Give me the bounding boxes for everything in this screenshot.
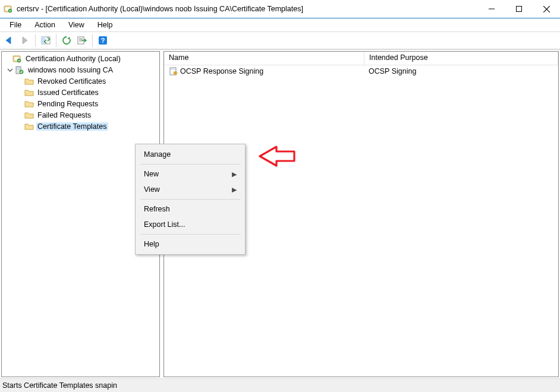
context-menu: Manage New ▶ View ▶ Refresh Export List.… <box>135 144 246 255</box>
cm-view[interactable]: View ▶ <box>137 182 244 197</box>
tree-ca[interactable]: windows noob Issuing CA <box>2 64 159 75</box>
refresh-button[interactable] <box>59 33 74 48</box>
menu-file[interactable]: File <box>4 20 27 30</box>
tree-pending[interactable]: Pending Requests <box>2 98 159 109</box>
svg-rect-23 <box>171 69 175 70</box>
cm-help[interactable]: Help <box>137 236 244 252</box>
folder-icon <box>24 88 34 97</box>
show-hide-tree-button[interactable] <box>39 33 53 48</box>
cert-authority-icon <box>12 54 22 64</box>
chevron-right-icon: ▶ <box>232 186 237 194</box>
tree-failed-label: Failed Requests <box>36 111 92 119</box>
toolbar: ? <box>0 32 560 49</box>
toolbar-separator <box>35 34 36 47</box>
svg-rect-4 <box>517 7 522 12</box>
cm-manage[interactable]: Manage <box>137 147 244 162</box>
cm-view-label: View <box>144 185 160 194</box>
status-text: Starts Certificate Templates snapin <box>2 381 117 390</box>
cell-purpose: OCSP Signing <box>364 67 558 76</box>
toolbar-container: ? <box>0 31 560 49</box>
chevron-right-icon: ▶ <box>232 170 237 178</box>
cell-name-text: OCSP Response Signing <box>180 67 263 75</box>
svg-rect-8 <box>42 37 45 44</box>
list-header: Name Intended Purpose <box>164 52 558 65</box>
cm-new-label: New <box>144 170 159 178</box>
app-window: certsrv - [Certification Authority (Loca… <box>0 0 560 392</box>
cm-refresh[interactable]: Refresh <box>137 201 244 217</box>
forward-button[interactable] <box>18 33 32 48</box>
cm-help-label: Help <box>144 240 159 248</box>
cm-export[interactable]: Export List... <box>137 217 244 232</box>
cm-separator <box>140 199 240 200</box>
tree-templates-label: Certificate Templates <box>36 122 108 131</box>
tree-issued-label: Issued Certificates <box>36 88 100 97</box>
cm-refresh-label: Refresh <box>144 205 170 213</box>
folder-icon <box>24 122 34 131</box>
cm-separator <box>140 164 240 165</box>
cm-separator <box>140 234 240 235</box>
svg-rect-19 <box>17 67 20 68</box>
menu-view[interactable]: View <box>62 20 90 30</box>
cm-manage-label: Manage <box>144 150 171 159</box>
toolbar-separator <box>56 34 56 47</box>
body: Certification Authority (Local) windows … <box>0 49 560 379</box>
toolbar-separator <box>92 34 93 47</box>
svg-rect-20 <box>17 69 20 70</box>
tree-root-label: Certification Authority (Local) <box>24 55 122 63</box>
window-title: certsrv - [Certification Authority (Loca… <box>17 5 478 13</box>
svg-point-25 <box>175 72 176 74</box>
server-ca-icon <box>15 65 24 75</box>
tree-revoked-label: Revoked Certificates <box>36 77 107 86</box>
folder-icon <box>24 77 34 86</box>
chevron-down-icon[interactable] <box>7 67 14 74</box>
window-buttons <box>478 0 560 18</box>
col-name[interactable]: Name <box>164 52 364 65</box>
cell-name: OCSP Response Signing <box>164 66 364 77</box>
tree-revoked[interactable]: Revoked Certificates <box>2 75 159 87</box>
tree-templates[interactable]: Certificate Templates <box>2 121 159 132</box>
cm-new[interactable]: New ▶ <box>137 166 244 182</box>
tree-failed[interactable]: Failed Requests <box>2 109 159 121</box>
back-button[interactable] <box>2 33 17 48</box>
col-purpose[interactable]: Intended Purpose <box>364 52 558 65</box>
status-bar: Starts Certificate Templates snapin <box>0 379 560 392</box>
help-button[interactable]: ? <box>96 33 110 48</box>
menu-action[interactable]: Action <box>29 20 61 30</box>
tree-issued[interactable]: Issued Certificates <box>2 87 159 98</box>
folder-icon <box>24 110 34 120</box>
cert-template-icon <box>169 67 178 76</box>
certsrv-app-icon <box>4 4 13 14</box>
cell-purpose-text: OCSP Signing <box>369 67 416 75</box>
minimize-button[interactable] <box>478 0 505 18</box>
menu-help[interactable]: Help <box>92 20 119 30</box>
svg-text:?: ? <box>101 37 105 44</box>
tree-ca-label: windows noob Issuing CA <box>27 66 114 74</box>
export-list-button[interactable] <box>75 33 89 48</box>
list-row[interactable]: OCSP Response Signing OCSP Signing <box>164 65 558 77</box>
close-button[interactable] <box>533 0 560 18</box>
tree-pending-label: Pending Requests <box>36 100 99 108</box>
maximize-button[interactable] <box>505 0 533 18</box>
folder-icon <box>24 99 34 109</box>
title-bar: certsrv - [Certification Authority (Loca… <box>0 0 560 18</box>
twisty-icon <box>4 55 11 62</box>
menu-bar: File Action View Help <box>0 18 560 31</box>
tree-root[interactable]: Certification Authority (Local) <box>2 53 159 64</box>
cm-export-label: Export List... <box>144 220 185 229</box>
